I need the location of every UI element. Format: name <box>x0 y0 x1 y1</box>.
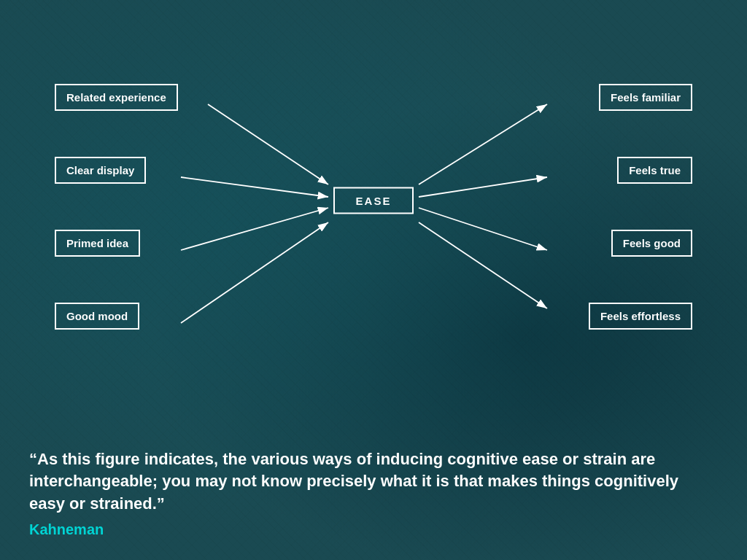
feels-true-label: Feels true <box>629 164 681 176</box>
quote-author: Kahneman <box>29 521 718 538</box>
ease-center-box: EASE <box>333 187 414 214</box>
svg-line-6 <box>419 104 547 184</box>
feels-familiar-label: Feels familiar <box>611 91 681 104</box>
feels-effortless-label: Feels effortless <box>600 310 681 322</box>
related-experience-label: Related experience <box>66 91 166 104</box>
ease-label: EASE <box>356 195 392 207</box>
primed-idea-box: Primed idea <box>55 230 140 257</box>
clear-display-label: Clear display <box>66 164 134 176</box>
feels-familiar-box: Feels familiar <box>599 84 692 111</box>
svg-line-2 <box>208 104 328 184</box>
clear-display-box: Clear display <box>55 157 146 184</box>
svg-line-9 <box>419 222 547 308</box>
good-mood-box: Good mood <box>55 303 139 330</box>
feels-true-box: Feels true <box>617 157 692 184</box>
quote-section: “As this figure indicates, the various w… <box>29 448 718 538</box>
svg-line-4 <box>181 208 328 250</box>
feels-effortless-box: Feels effortless <box>589 303 692 330</box>
related-experience-box: Related experience <box>55 84 178 111</box>
diagram-area: EASE Related experience Clear display Pr… <box>0 44 747 357</box>
quote-text: “As this figure indicates, the various w… <box>29 448 718 516</box>
svg-line-3 <box>181 177 328 197</box>
feels-good-label: Feels good <box>623 237 681 249</box>
svg-line-7 <box>419 177 547 197</box>
good-mood-label: Good mood <box>66 310 128 322</box>
primed-idea-label: Primed idea <box>66 237 128 249</box>
svg-line-5 <box>181 222 328 323</box>
feels-good-box: Feels good <box>611 230 692 257</box>
svg-line-8 <box>419 208 547 250</box>
